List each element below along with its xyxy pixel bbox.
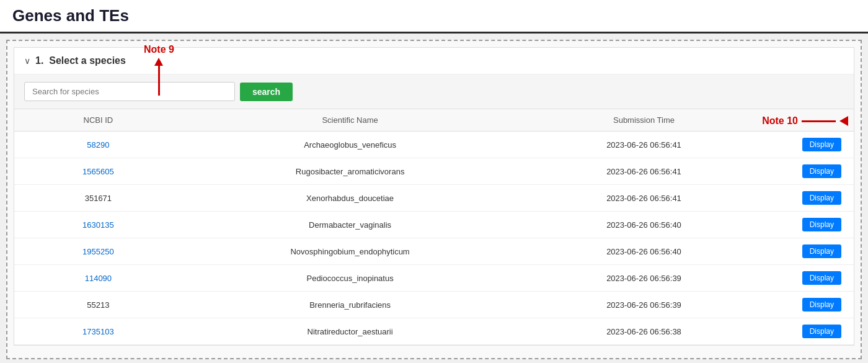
arrow-up-head <box>154 58 163 66</box>
cell-ncbi-id: 55213 <box>14 292 182 318</box>
note9-label: Note 9 <box>144 44 174 55</box>
display-button[interactable]: Display <box>802 218 841 231</box>
cell-action: Display <box>770 265 854 292</box>
note10-annotation: Note 10 <box>762 115 848 127</box>
search-area: search <box>14 74 854 109</box>
cell-submission-time: 2023-06-26 06:56:38 <box>518 318 769 345</box>
table-body: 58290Archaeoglobus_veneficus2023-06-26 0… <box>14 132 854 345</box>
table-row: 1565605Rugosibacter_aromaticivorans2023-… <box>14 158 854 185</box>
cell-ncbi-id: 1630135 <box>14 212 182 238</box>
cell-submission-time: 2023-06-26 06:56:41 <box>518 132 769 158</box>
main-container: ∨ 1. Select a species search NCBI ID Sci… <box>14 47 854 346</box>
cell-ncbi-id: 58290 <box>14 132 182 158</box>
cell-ncbi-id: 114090 <box>14 265 182 292</box>
ncbi-id-link[interactable]: 58290 <box>87 140 109 150</box>
table-row: 351671Xenorhabdus_doucetiae2023-06-26 06… <box>14 185 854 212</box>
display-button[interactable]: Display <box>802 244 841 258</box>
table-row: 1735103Nitratireductor_aestuarii2023-06-… <box>14 318 854 345</box>
cell-action: Display <box>770 158 854 185</box>
species-table: NCBI ID Scientific Name Submission Time … <box>14 109 854 345</box>
cell-submission-time: 2023-06-26 06:56:41 <box>518 185 769 212</box>
arrow-horizontal-line <box>802 120 836 122</box>
page-title: Genes and TEs <box>12 6 856 25</box>
display-button[interactable]: Display <box>802 298 841 311</box>
table-row: 55213Brenneria_rubrifaciens2023-06-26 06… <box>14 292 854 318</box>
table-row: 114090Pediococcus_inopinatus2023-06-26 0… <box>14 265 854 292</box>
cell-ncbi-id: 1565605 <box>14 158 182 185</box>
note9-annotation: Note 9 <box>144 44 174 96</box>
table-row: 1630135Dermabacter_vaginalis2023-06-26 0… <box>14 212 854 238</box>
cell-scientific-name: Novosphingobium_endophyticum <box>182 238 518 265</box>
cell-scientific-name: Archaeoglobus_veneficus <box>182 132 518 158</box>
ncbi-id-link[interactable]: 1565605 <box>82 167 114 176</box>
cell-action: Display <box>770 318 854 345</box>
cell-action: Display <box>770 132 854 158</box>
chevron-icon: ∨ <box>24 56 30 66</box>
arrow-up-line <box>158 66 160 96</box>
note10-label: Note 10 <box>762 115 798 127</box>
dashed-border-area: Note 9 Note 10 ∨ 1. Select a species sea… <box>6 40 862 359</box>
display-button[interactable]: Display <box>802 191 841 205</box>
cell-action: Display <box>770 238 854 265</box>
display-button[interactable]: Display <box>802 138 841 151</box>
ncbi-id-link[interactable]: 1955250 <box>82 247 114 256</box>
cell-action: Display <box>770 185 854 212</box>
col-header-scientific: Scientific Name <box>182 109 518 132</box>
cell-submission-time: 2023-06-26 06:56:40 <box>518 212 769 238</box>
search-button[interactable]: search <box>240 83 293 101</box>
cell-scientific-name: Pediococcus_inopinatus <box>182 265 518 292</box>
table-header: NCBI ID Scientific Name Submission Time <box>14 109 854 132</box>
cell-ncbi-id: 351671 <box>14 185 182 212</box>
ncbi-id-link[interactable]: 1735103 <box>82 327 114 336</box>
table-row: 58290Archaeoglobus_veneficus2023-06-26 0… <box>14 132 854 158</box>
section-header: ∨ 1. Select a species <box>14 48 854 74</box>
display-button[interactable]: Display <box>802 164 841 178</box>
cell-ncbi-id: 1735103 <box>14 318 182 345</box>
cell-scientific-name: Xenorhabdus_doucetiae <box>182 185 518 212</box>
search-input[interactable] <box>24 82 235 101</box>
display-button[interactable]: Display <box>802 325 841 338</box>
cell-ncbi-id: 1955250 <box>14 238 182 265</box>
ncbi-id-link[interactable]: 1630135 <box>82 220 114 230</box>
col-header-submission: Submission Time <box>518 109 769 132</box>
table-row: 1955250Novosphingobium_endophyticum2023-… <box>14 238 854 265</box>
ncbi-id-link[interactable]: 114090 <box>85 274 112 283</box>
cell-submission-time: 2023-06-26 06:56:40 <box>518 238 769 265</box>
col-header-ncbi: NCBI ID <box>14 109 182 132</box>
cell-action: Display <box>770 212 854 238</box>
page-header: Genes and TEs <box>0 0 868 34</box>
cell-submission-time: 2023-06-26 06:56:39 <box>518 292 769 318</box>
arrow-left-head <box>839 116 848 126</box>
cell-action: Display <box>770 292 854 318</box>
cell-submission-time: 2023-06-26 06:56:41 <box>518 158 769 185</box>
cell-scientific-name: Rugosibacter_aromaticivorans <box>182 158 518 185</box>
cell-submission-time: 2023-06-26 06:56:39 <box>518 265 769 292</box>
cell-scientific-name: Brenneria_rubrifaciens <box>182 292 518 318</box>
section-title: 1. Select a species <box>35 55 126 66</box>
display-button[interactable]: Display <box>802 271 841 285</box>
cell-scientific-name: Nitratireductor_aestuarii <box>182 318 518 345</box>
cell-scientific-name: Dermabacter_vaginalis <box>182 212 518 238</box>
